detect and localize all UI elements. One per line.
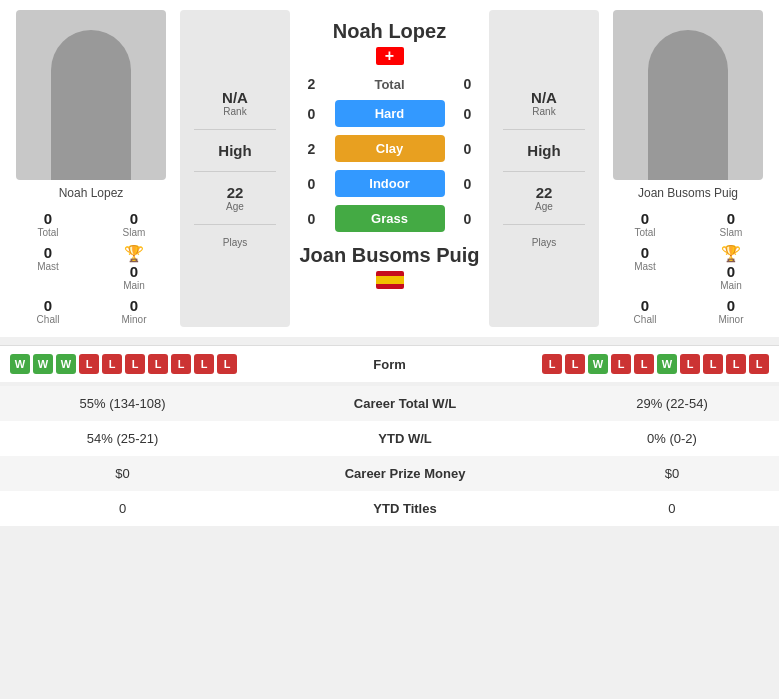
p1-total-value: 0	[6, 210, 90, 227]
p2-total-label: Total	[603, 227, 687, 238]
p2-total-value: 0	[603, 210, 687, 227]
player2-stats-grid: 0 Total 0 Slam 0 Mast 🏆 0 Main 0	[603, 208, 773, 327]
p2-plays-item: Plays	[493, 229, 595, 256]
career-wl-row: 55% (134-108) Career Total W/L 29% (22-5…	[0, 386, 779, 421]
hard-row: 0 Hard 0	[294, 100, 485, 127]
p1-mast-cell: 0 Mast	[6, 242, 90, 293]
player1-flag	[376, 47, 404, 65]
grass-row: 0 Grass 0	[294, 205, 485, 232]
form-badge-p2: L	[749, 354, 769, 374]
player1-flag-container	[333, 43, 446, 68]
stats-table: 55% (134-108) Career Total W/L 29% (22-5…	[0, 386, 779, 526]
form-badge-p1: L	[194, 354, 214, 374]
p1-rank-value: N/A	[184, 89, 286, 106]
clay-badge: Clay	[335, 135, 445, 162]
p1-high-item: High	[184, 134, 286, 167]
hard-badge: Hard	[335, 100, 445, 127]
trophy-icon-2: 🏆	[721, 244, 741, 263]
titles-p2: 0	[565, 491, 779, 526]
titles-p1: 0	[0, 491, 245, 526]
p1-age-item: 22 Age	[184, 176, 286, 220]
ytd-wl-row: 54% (25-21) YTD W/L 0% (0-2)	[0, 421, 779, 456]
player2-card: Joan Busoms Puig 0 Total 0 Slam 0 Mast 🏆…	[603, 10, 773, 327]
player2-name-label: Joan Busoms Puig	[638, 186, 738, 200]
clay-row: 2 Clay 0	[294, 135, 485, 162]
p1-chall-cell: 0 Chall	[6, 295, 90, 327]
p1-total-cell: 0 Total	[6, 208, 90, 240]
center-col: Noah Lopez 2 Total 0 0 Hard 0 2 Clay	[294, 10, 485, 327]
total-score-p1: 2	[297, 76, 327, 92]
ytd-wl-p1: 54% (25-21)	[0, 421, 245, 456]
clay-score-p2: 0	[453, 141, 483, 157]
p1-rank-item: N/A Rank	[184, 81, 286, 125]
p1-slam-label: Slam	[92, 227, 176, 238]
form-badge-p2: L	[542, 354, 562, 374]
p2-age-label: Age	[493, 201, 595, 212]
form-badge-p1: L	[148, 354, 168, 374]
p1-plays-label: Plays	[184, 237, 286, 248]
titles-row: 0 YTD Titles 0	[0, 491, 779, 526]
hard-score-p1: 0	[297, 106, 327, 122]
p1-slam-value: 0	[92, 210, 176, 227]
p2-plays-label: Plays	[493, 237, 595, 248]
player2-mid-stats: N/A Rank High 22 Age Plays	[489, 10, 599, 327]
p2-slam-value: 0	[689, 210, 773, 227]
player2-flag-container	[299, 267, 479, 292]
p1-minor-cell: 0 Minor	[92, 295, 176, 327]
hard-score-p2: 0	[453, 106, 483, 122]
form-badge-p2: W	[588, 354, 608, 374]
player2-avatar	[613, 10, 763, 180]
grass-badge: Grass	[335, 205, 445, 232]
form-badge-p1: W	[56, 354, 76, 374]
p2-rank-value: N/A	[493, 89, 595, 106]
p1-rank-label: Rank	[184, 106, 286, 117]
p2-total-cell: 0 Total	[603, 208, 687, 240]
p2-slam-label: Slam	[689, 227, 773, 238]
form-badge-p2: L	[726, 354, 746, 374]
ytd-wl-label: YTD W/L	[245, 421, 565, 456]
p2-high-value: High	[493, 142, 595, 159]
form-label: Form	[373, 357, 406, 372]
p1-age-label: Age	[184, 201, 286, 212]
p2-main-label: Main	[689, 280, 773, 291]
p1-main-cell: 🏆 0 Main	[92, 242, 176, 293]
career-wl-p2: 29% (22-54)	[565, 386, 779, 421]
p1-mast-value: 0	[6, 244, 90, 261]
p2-divider3	[503, 224, 585, 225]
p2-high-item: High	[493, 134, 595, 167]
p1-divider1	[194, 129, 276, 130]
p1-age-value: 22	[184, 184, 286, 201]
form-badge-p2: L	[634, 354, 654, 374]
player2-title: Joan Busoms Puig	[299, 244, 479, 267]
form-badge-p1: L	[79, 354, 99, 374]
form-badge-p1: L	[217, 354, 237, 374]
p2-mast-cell: 0 Mast	[603, 242, 687, 293]
form-badge-p2: L	[565, 354, 585, 374]
p2-main-value: 0	[689, 263, 773, 280]
p1-divider3	[194, 224, 276, 225]
p1-total-label: Total	[6, 227, 90, 238]
form-badge-p2: L	[703, 354, 723, 374]
player1-card: Noah Lopez 0 Total 0 Slam 0 Mast 🏆 0 Ma	[6, 10, 176, 327]
total-row: 2 Total 0	[294, 76, 485, 92]
p2-rank-item: N/A Rank	[493, 81, 595, 125]
p1-high-value: High	[184, 142, 286, 159]
p2-minor-value: 0	[689, 297, 773, 314]
p2-mast-value: 0	[603, 244, 687, 261]
player1-stats-grid: 0 Total 0 Slam 0 Mast 🏆 0 Main 0	[6, 208, 176, 327]
career-wl-label: Career Total W/L	[245, 386, 565, 421]
prize-p2: $0	[565, 456, 779, 491]
avatar-body-2	[648, 30, 728, 180]
player1-title: Noah Lopez	[333, 20, 446, 43]
titles-label: YTD Titles	[245, 491, 565, 526]
p1-slam-cell: 0 Slam	[92, 208, 176, 240]
career-wl-p1: 55% (134-108)	[0, 386, 245, 421]
indoor-badge: Indoor	[335, 170, 445, 197]
p2-chall-label: Chall	[603, 314, 687, 325]
player1-name-label: Noah Lopez	[59, 186, 124, 200]
clay-score-p1: 2	[297, 141, 327, 157]
p1-plays-item: Plays	[184, 229, 286, 256]
prize-p1: $0	[0, 456, 245, 491]
p2-divider2	[503, 171, 585, 172]
ytd-wl-p2: 0% (0-2)	[565, 421, 779, 456]
